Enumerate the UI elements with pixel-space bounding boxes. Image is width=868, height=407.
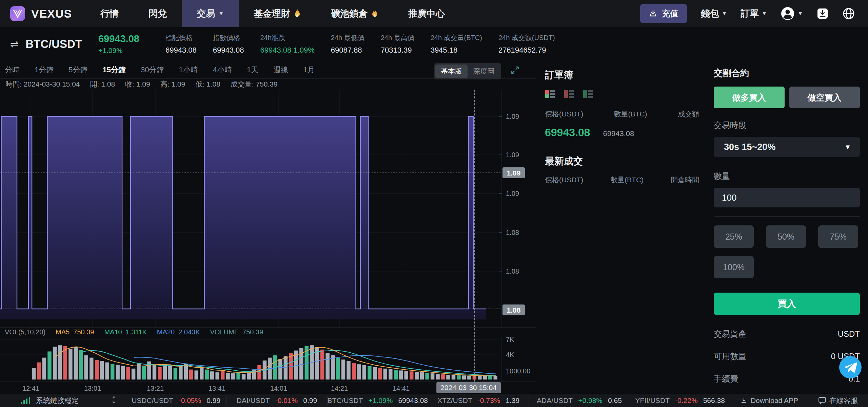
short-buy-button[interactable]: 做空買入 (789, 87, 860, 108)
ticker-dai[interactable]: DAI/USDT-0.01%0.99 (226, 396, 327, 405)
buy-button[interactable]: 買入 (714, 293, 860, 315)
time-tick: 13:01 (84, 385, 101, 392)
svg-text:1.08: 1.08 (506, 267, 519, 275)
nav-item-referral[interactable]: 推廣中心 (393, 0, 460, 27)
price-change: +1.09% (98, 47, 149, 55)
long-buy-button[interactable]: 做多買入 (714, 87, 785, 108)
percent-50-button[interactable]: 50% (766, 225, 806, 248)
chevron-down-icon: ▼ (797, 11, 803, 17)
time-tick: 13:41 (209, 385, 225, 392)
tf-1mo[interactable]: 1月 (303, 65, 315, 75)
last-price: 69943.08 (98, 33, 149, 44)
language-button[interactable] (842, 7, 855, 20)
wallet-menu[interactable]: 錢包▼ (701, 7, 727, 20)
side-buttons: 做多買入 做空買入 (714, 87, 860, 108)
orders-menu[interactable]: 訂單▼ (741, 7, 767, 20)
online-support-link[interactable]: 在線客服 (808, 396, 868, 405)
svg-text:1.09: 1.09 (507, 169, 521, 177)
vol-ma5-label: MA5: 750.39 (56, 328, 94, 336)
brand[interactable]: VEXUS (0, 0, 85, 27)
vol-volume-label: VOLUME: 750.39 (210, 328, 263, 336)
ticker-usdc[interactable]: USDC/USDT-0.05%0.99 (126, 396, 226, 405)
volume-chart[interactable]: 7K4K1000.00 (0, 337, 536, 382)
fullscreen-button[interactable] (511, 66, 519, 76)
footer-bar: 系統鏈接穩定 USDC/USDT-0.05%0.99 DAI/USDT-0.01… (0, 394, 868, 407)
stat-24h-volume: 24h 成交量(BTC)3945.18 (431, 33, 482, 55)
ohlc-volume: 成交量: 750.39 (231, 79, 278, 89)
svg-text:1.08: 1.08 (506, 229, 519, 236)
ticker-xtz[interactable]: XTZ/USDT-0.73%1.39 (428, 396, 529, 405)
tf-15m[interactable]: 15分鐘 (103, 65, 126, 75)
svg-text:1.08: 1.08 (507, 306, 521, 314)
ohlc-close: 收: 1.09 (125, 79, 150, 89)
orderbook-mark-price: 69943.08 (603, 129, 634, 138)
tf-1m[interactable]: 1分鐘 (35, 65, 54, 75)
top-nav: VEXUS 行情 閃兌 交易▼ 基金理財 礦池鎖倉 推廣中心 充值 錢包▼ 訂單… (0, 0, 868, 27)
nav-item-funds[interactable]: 基金理財 (239, 0, 316, 27)
deposit-icon (649, 10, 657, 18)
ohlc-time: 時間: 2024-03-30 15:04 (5, 79, 80, 89)
recent-trades-title: 最新成交 (545, 155, 699, 168)
deposit-button[interactable]: 充值 (640, 4, 687, 23)
chart-mode-tabs: 基本版 深度圖 (434, 63, 501, 79)
status-text: 系統鏈接穩定 (36, 396, 79, 405)
connection-status: 系統鏈接穩定 (0, 396, 98, 405)
nav-items: 行情 閃兌 交易▼ 基金理財 礦池鎖倉 推廣中心 (85, 0, 460, 27)
nav-item-mining[interactable]: 礦池鎖倉 (316, 0, 393, 27)
tab-depth[interactable]: 深度圖 (468, 64, 500, 78)
support-icon (818, 397, 826, 404)
tf-30m[interactable]: 30分鐘 (141, 65, 164, 75)
tf-time[interactable]: 分時 (5, 65, 20, 75)
orderbook-mode-both-icon[interactable] (545, 89, 555, 100)
fire-icon (371, 9, 378, 18)
swap-icon: ⇌ (10, 38, 19, 50)
tf-1d[interactable]: 1天 (247, 65, 258, 75)
svg-text:1.09: 1.09 (506, 151, 519, 159)
crosshair-time-badge: 2024-03-30 15:04 (436, 382, 501, 393)
ticker-btc[interactable]: BTC/USDT+1.09%69943.08 (328, 396, 428, 405)
orderbook-mode-asks-icon[interactable] (564, 89, 574, 100)
tf-1h[interactable]: 1小時 (179, 65, 198, 75)
tab-basic[interactable]: 基本版 (435, 64, 468, 78)
ticker-yfii[interactable]: YFII/USDT-0.22%566.38 (630, 396, 730, 405)
available-amount-row: 可用數量0 USDT (714, 351, 860, 362)
time-tick: 13:21 (147, 385, 164, 392)
last-price-block: 69943.08 +1.09% (98, 33, 149, 55)
session-label: 交易時段 (714, 120, 860, 131)
price-chart[interactable]: 1.091.091.091.081.081.081.091.08 (0, 90, 536, 327)
sort-arrows-icon[interactable] (98, 395, 126, 406)
download-app-link[interactable]: Download APP (730, 396, 808, 405)
time-tick: 12:41 (22, 385, 39, 392)
nav-item-trade[interactable]: 交易▼ (182, 0, 239, 27)
amount-label: 數量 (714, 171, 860, 182)
profile-menu[interactable]: ▼ (781, 6, 803, 21)
ticker-ada[interactable]: ADA/USDT+0.98%0.65 (529, 396, 629, 405)
nav-item-convert[interactable]: 閃兌 (134, 0, 182, 27)
session-value: 30s 15~20% (724, 142, 775, 152)
nav-item-markets[interactable]: 行情 (85, 0, 134, 27)
tf-5m[interactable]: 5分鐘 (68, 65, 87, 75)
telegram-icon (839, 356, 862, 379)
orderbook-mode-bids-icon[interactable] (583, 89, 593, 100)
orderbook-headers: 價格(USDT)數量(BTC)成交額 (545, 109, 699, 119)
download-app-button[interactable] (816, 7, 829, 20)
recent-trades-headers: 價格(USDT)數量(BTC)開倉時間 (545, 175, 699, 185)
tf-4h[interactable]: 4小時 (213, 65, 232, 75)
volume-legend: VOL(5,10,20) MA5: 750.39 MA10: 1.311K MA… (0, 327, 536, 337)
vol-indicator-label: VOL(5,10,20) (5, 328, 45, 336)
percent-75-button[interactable]: 75% (818, 225, 858, 248)
tf-1w[interactable]: 週線 (273, 65, 288, 75)
pair-selector[interactable]: ⇌ BTC/USDT (10, 38, 82, 51)
orderbook-title: 訂單簿 (545, 69, 699, 81)
expand-icon (511, 66, 519, 75)
percent-25-button[interactable]: 25% (714, 225, 754, 248)
pair-title: BTC/USDT (25, 38, 82, 51)
chevron-down-icon: ▼ (762, 11, 767, 17)
amount-input[interactable] (714, 188, 860, 207)
percent-100-button[interactable]: 100% (714, 256, 754, 278)
trade-panel: 交割合約 做多買入 做空買入 交易時段 30s 15~20% ▼ 數量 25% … (708, 61, 868, 394)
svg-text:7K: 7K (506, 337, 514, 343)
telegram-button[interactable] (839, 356, 862, 380)
chevron-down-icon: ▼ (722, 11, 727, 17)
session-select[interactable]: 30s 15~20% ▼ (714, 137, 860, 157)
